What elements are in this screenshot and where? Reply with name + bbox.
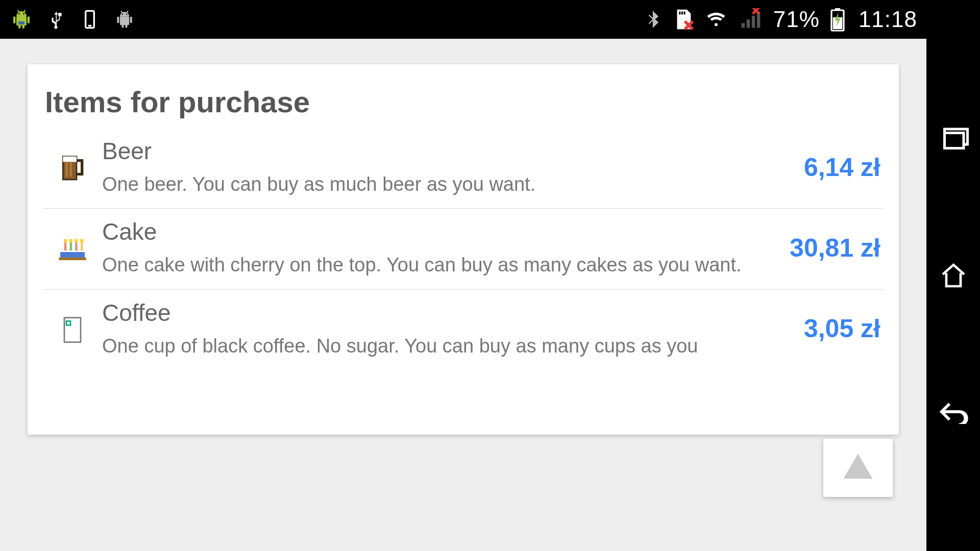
svg-rect-24 [741,23,744,28]
android-system-icon [113,7,136,32]
svg-rect-3 [18,24,20,29]
list-item[interactable]: Cake One cake with cherry on the top. Yo… [43,209,884,289]
svg-rect-36 [59,258,86,260]
item-desc: One cup of black coffee. No sugar. You c… [102,334,793,359]
svg-rect-23 [683,12,685,15]
usb-icon [47,6,66,33]
battery-charging-icon [829,7,846,32]
svg-rect-13 [117,17,119,23]
svg-rect-7 [18,21,24,24]
svg-rect-45 [80,239,83,242]
svg-rect-12 [120,17,129,26]
svg-point-9 [23,13,24,15]
back-button[interactable] [936,394,971,430]
recent-apps-button[interactable] [936,121,971,157]
item-price: 30,81 zł [778,233,880,263]
svg-rect-4 [22,24,24,29]
svg-rect-21 [679,12,680,15]
status-right: 71% 11:18 [645,7,917,32]
item-title: Beer [102,137,793,165]
cake-icon [43,234,102,262]
status-clock: 11:18 [859,7,917,32]
svg-rect-43 [69,239,72,242]
beer-icon [43,151,102,184]
wifi-icon [704,9,728,30]
warning-icon [840,451,876,485]
svg-rect-40 [75,242,77,251]
item-price: 6,14 zł [793,153,880,182]
content-area: Items for purchase Beer O [0,39,926,551]
system-nav-bar [926,0,980,551]
item-desc: One beer. You can buy as much beer as yo… [102,172,793,197]
page-title: Items for purchase [45,85,884,119]
battery-percentage: 71% [773,7,820,32]
svg-point-19 [122,14,124,15]
sd-card-error-icon [671,8,695,31]
svg-rect-25 [747,19,750,28]
coffee-icon [43,312,102,345]
signal-no-service-icon [738,8,764,31]
item-price: 3,05 zł [793,314,880,343]
svg-rect-39 [70,242,72,251]
list-item[interactable]: Beer One beer. You can buy as much beer … [43,128,884,209]
screen: 71% 11:18 Items for purchase [0,0,926,551]
svg-rect-44 [75,239,78,242]
svg-rect-2 [28,16,30,23]
svg-rect-48 [67,322,69,324]
item-text: Coffee One cup of black coffee. No sugar… [102,299,793,359]
item-desc: One cake with cherry on the top. You can… [102,253,778,278]
list-item[interactable]: Coffee One cup of black coffee. No sugar… [43,290,884,370]
bluetooth-icon [645,8,662,31]
svg-rect-22 [681,12,683,15]
item-text: Cake One cake with cherry on the top. Yo… [102,218,778,278]
svg-point-8 [18,13,20,15]
status-left [9,6,136,33]
svg-rect-38 [64,242,66,251]
home-button[interactable] [936,258,971,293]
item-text: Beer One beer. You can buy as much beer … [102,137,793,197]
device-icon [80,7,100,32]
svg-rect-49 [944,133,964,148]
svg-line-6 [23,10,25,12]
svg-rect-16 [125,24,127,28]
svg-line-18 [127,11,128,13]
svg-line-17 [121,11,122,13]
svg-rect-1 [13,16,15,23]
item-title: Coffee [102,299,793,327]
svg-rect-32 [63,156,77,162]
status-bar: 71% 11:18 [0,0,926,39]
svg-point-20 [126,14,128,15]
svg-line-5 [17,10,19,12]
svg-rect-42 [64,239,67,242]
svg-rect-14 [130,17,132,23]
svg-rect-34 [70,162,72,177]
item-list: Beer One beer. You can buy as much beer … [43,128,884,370]
alert-button[interactable] [823,439,893,497]
svg-rect-33 [66,162,68,177]
svg-rect-41 [81,242,83,251]
android-debug-icon [9,7,34,32]
svg-rect-26 [752,16,755,28]
svg-rect-15 [122,24,124,28]
svg-rect-29 [835,8,840,11]
purchase-card: Items for purchase Beer O [28,64,899,435]
item-title: Cake [102,218,778,245]
